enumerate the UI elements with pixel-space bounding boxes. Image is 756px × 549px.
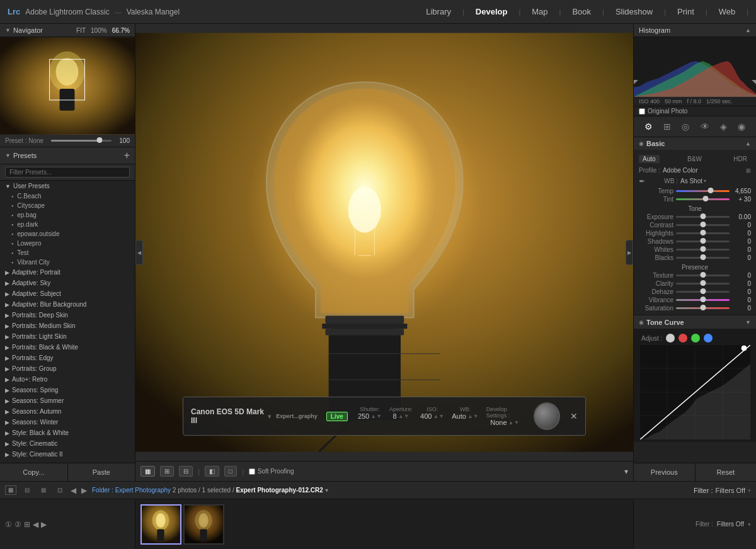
view-grid-button[interactable]: ▦ xyxy=(140,466,155,477)
shadows-slider-thumb[interactable] xyxy=(700,238,706,244)
tool-gradient-icon[interactable]: ◈ xyxy=(718,120,730,133)
preset-group-style-bw[interactable]: ▶ Style: Black & White xyxy=(0,427,135,438)
status-panels-view[interactable]: ⊠ xyxy=(38,485,49,495)
filmstrip-thumb-1[interactable] xyxy=(140,504,181,545)
previous-button[interactable]: Previous xyxy=(634,463,696,481)
view-survey-button[interactable]: ⊟ xyxy=(179,466,193,477)
highlights-slider[interactable] xyxy=(676,232,730,234)
presets-search-input[interactable] xyxy=(5,167,130,178)
tc-point-icon[interactable] xyxy=(666,334,675,342)
whites-slider[interactable] xyxy=(676,249,730,251)
temp-slider[interactable] xyxy=(676,190,730,192)
tool-basic-icon[interactable]: ⚙ xyxy=(642,120,655,133)
blacks-slider-thumb[interactable] xyxy=(700,254,706,260)
tc-red-channel-icon[interactable] xyxy=(679,334,687,342)
preset-item-cbeach[interactable]: ▪ C.Beach xyxy=(0,191,135,201)
dehaze-slider[interactable] xyxy=(676,291,730,293)
nav-zoom-100[interactable]: 100% xyxy=(91,27,107,34)
shadows-slider[interactable] xyxy=(676,241,730,242)
soft-proofing-checkbox[interactable] xyxy=(249,468,255,475)
breadcrumb-dropdown[interactable]: ▾ xyxy=(325,487,328,494)
nav-web[interactable]: Web xyxy=(719,7,736,16)
nav-slideshow[interactable]: Slideshow xyxy=(616,7,653,16)
status-grid-view[interactable]: ⊞ xyxy=(5,485,16,495)
tone-curve-header[interactable]: ◉ Tone Curve ▼ xyxy=(634,315,756,329)
filmstrip-filter-value[interactable]: Filters Off xyxy=(717,521,744,528)
exposure-slider-thumb[interactable] xyxy=(700,213,706,219)
nav-print[interactable]: Print xyxy=(677,7,694,16)
blacks-slider[interactable] xyxy=(676,257,730,259)
breadcrumb-folder-link[interactable]: Folder : Expert Photography xyxy=(92,487,171,494)
view-compare-button[interactable]: ⊞ xyxy=(160,466,174,477)
preset-group-seasons-winter[interactable]: ▶ Seasons: Winter xyxy=(0,417,135,427)
saturation-slider[interactable] xyxy=(676,307,730,309)
wb-eyedropper-icon[interactable]: ✒ xyxy=(639,177,645,186)
preset-group-adaptive-sky[interactable]: ▶ Adaptive: Sky xyxy=(0,278,135,288)
clarity-slider[interactable] xyxy=(676,283,730,285)
nav-zoom-66[interactable]: 66.7% xyxy=(112,27,130,34)
presets-header[interactable]: ▼ Presets + xyxy=(0,147,135,164)
tint-slider-thumb[interactable] xyxy=(702,196,708,201)
texture-slider[interactable] xyxy=(676,274,730,276)
texture-slider-thumb[interactable] xyxy=(700,272,706,278)
preset-item-vibrant[interactable]: ▪ Vibrant City xyxy=(0,258,135,267)
basic-tab-auto[interactable]: Auto xyxy=(639,155,660,163)
nav-book[interactable]: Book xyxy=(572,7,591,16)
highlights-slider-thumb[interactable] xyxy=(700,230,706,235)
contrast-slider-thumb[interactable] xyxy=(700,222,706,227)
histogram-header[interactable]: Histogram ▲ xyxy=(634,24,756,37)
paste-button[interactable]: Paste xyxy=(68,463,135,481)
filter-value[interactable]: Filters Off xyxy=(716,487,745,494)
nav-develop[interactable]: Develop xyxy=(476,7,508,16)
filmstrip-nav-prev[interactable]: ◀ xyxy=(33,520,38,529)
filmstrip-thumb-2[interactable] xyxy=(183,504,224,545)
nav-library[interactable]: Library xyxy=(426,7,451,16)
preset-group-seasons-spring[interactable]: ▶ Seasons: Spring xyxy=(0,385,135,395)
filmstrip-nav-2[interactable]: ② xyxy=(14,520,21,529)
preset-item-epowar[interactable]: ▪ epowar.outside xyxy=(0,229,135,239)
preset-group-seasons-summer[interactable]: ▶ Seasons: Summer xyxy=(0,395,135,406)
preset-group-portraits-medium[interactable]: ▶ Portraits: Medium Skin xyxy=(0,320,135,331)
temp-slider-thumb[interactable] xyxy=(708,188,714,193)
view-expand-button[interactable]: ▾ xyxy=(624,467,628,476)
copy-button[interactable]: Copy... xyxy=(0,463,68,481)
whites-slider-thumb[interactable] xyxy=(700,246,706,252)
vibrance-slider-thumb[interactable] xyxy=(700,297,706,302)
tc-blue-channel-icon[interactable] xyxy=(704,334,713,342)
saturation-slider-thumb[interactable] xyxy=(700,305,706,310)
exposure-slider[interactable] xyxy=(676,216,730,218)
preset-group-portraits-light[interactable]: ▶ Portraits: Light Skin xyxy=(0,331,135,342)
soft-proofing-toggle[interactable]: Soft Proofing xyxy=(249,468,294,475)
preset-group-auto-retro[interactable]: ▶ Auto+: Retro xyxy=(0,374,135,385)
profile-grid-icon[interactable]: ⊞ xyxy=(746,167,751,174)
clarity-slider-thumb[interactable] xyxy=(700,280,706,286)
preset-group-portraits-deep[interactable]: ▶ Portraits: Deep Skin xyxy=(0,310,135,320)
preset-group-adaptive-blur[interactable]: ▶ Adaptive: Blur Background xyxy=(0,299,135,310)
status-zoom-view[interactable]: ⊡ xyxy=(54,485,66,495)
filmstrip-nav-1[interactable]: ① xyxy=(5,520,12,529)
camera-dial[interactable] xyxy=(534,402,560,430)
preset-item-epbag[interactable]: ▪ ep.bag xyxy=(0,210,135,220)
tc-green-channel-icon[interactable] xyxy=(691,334,700,342)
right-panel-collapse[interactable]: ▶ xyxy=(626,240,633,265)
dehaze-slider-thumb[interactable] xyxy=(700,288,706,294)
camera-close-button[interactable]: ✕ xyxy=(570,411,578,421)
filmstrip-filter-dropdown[interactable]: ▾ xyxy=(748,521,751,528)
contrast-slider[interactable] xyxy=(676,224,730,226)
basic-section-header[interactable]: ◉ Basic ▲ xyxy=(634,137,756,150)
reset-button[interactable]: Reset xyxy=(696,463,757,481)
tint-slider[interactable] xyxy=(676,198,730,200)
preset-group-portraits-edgy[interactable]: ▶ Portraits: Edgy xyxy=(0,353,135,363)
original-photo-checkbox[interactable] xyxy=(639,108,645,115)
status-filmstrip-view[interactable]: ⊟ xyxy=(21,485,33,495)
preset-item-test[interactable]: ▪ Test xyxy=(0,248,135,258)
preset-item-lowepro[interactable]: ▪ Lowepro xyxy=(0,239,135,248)
preset-group-portraits-bw[interactable]: ▶ Portraits: Black & White xyxy=(0,342,135,353)
status-nav-back[interactable]: ◀ xyxy=(71,486,76,495)
view-before-after-button[interactable]: ◧ xyxy=(205,466,219,477)
preset-group-adaptive-portrait[interactable]: ▶ Adaptive: Portrait xyxy=(0,267,135,278)
filmstrip-nav-next[interactable]: ▶ xyxy=(41,520,47,529)
left-panel-expand[interactable]: ◀ xyxy=(135,240,143,265)
tool-radial-icon[interactable]: ◉ xyxy=(735,120,748,133)
basic-tab-hdr[interactable]: HDR xyxy=(730,155,751,163)
